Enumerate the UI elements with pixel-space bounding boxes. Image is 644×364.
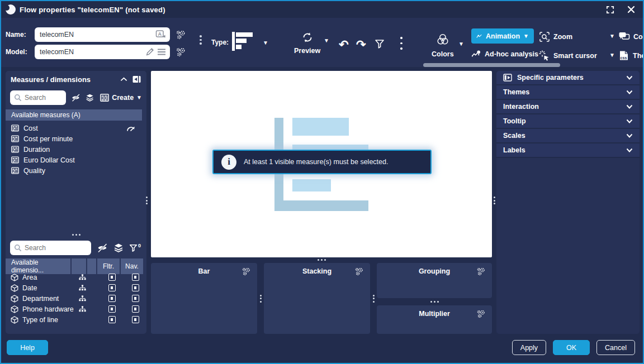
zone-splitter[interactable] xyxy=(257,263,264,334)
available-measures-header[interactable]: Available measures (A) xyxy=(6,109,142,121)
colors-button[interactable]: Colors xyxy=(432,32,454,58)
undo-button[interactable]: ↶ xyxy=(339,38,349,51)
gauge-icon[interactable] xyxy=(126,124,135,132)
drop-zone-stacking[interactable]: Stacking xyxy=(264,263,370,334)
collapse-up-icon[interactable] xyxy=(120,77,127,82)
animation-button[interactable]: Animation ▼ xyxy=(471,28,534,44)
zone-settings-button[interactable] xyxy=(476,309,486,319)
dimension-row[interactable]: Department xyxy=(6,293,146,304)
hierarchy-icon[interactable] xyxy=(79,306,86,312)
measure-row[interactable]: Quality xyxy=(6,165,142,176)
measure-row[interactable]: Cost per minute xyxy=(6,133,142,144)
zone-settings-button[interactable] xyxy=(354,267,364,276)
chart-editor-center: i At least 1 visible measure(s) must be … xyxy=(151,71,492,334)
dimension-row[interactable]: Date xyxy=(6,282,146,293)
cube-icon xyxy=(11,274,18,281)
measure-row[interactable]: Euro Dollar Cost xyxy=(6,155,142,165)
section-scales[interactable]: Scales xyxy=(496,129,640,143)
nav-checkbox[interactable] xyxy=(132,316,139,323)
fltr-checkbox[interactable] xyxy=(108,316,116,323)
more-options-button[interactable] xyxy=(400,37,402,50)
measure-icon xyxy=(11,146,19,153)
adhoc-analysis-button[interactable]: Ad-hoc analysis xyxy=(471,49,538,59)
adhoc-analysis-label: Ad-hoc analysis xyxy=(485,50,538,58)
measure-label: Quality xyxy=(23,167,45,175)
zoom-button[interactable]: Zoom xyxy=(539,31,572,42)
preview-button[interactable]: Preview xyxy=(294,31,320,55)
nav-checkbox[interactable] xyxy=(132,305,139,313)
translate-icon[interactable]: A xyxy=(155,30,166,40)
smart-cursor-button[interactable]: Smart cursor xyxy=(539,50,597,61)
fltr-checkbox[interactable] xyxy=(108,274,116,281)
hierarchy-icon[interactable] xyxy=(79,295,86,301)
nav-checkbox[interactable] xyxy=(132,274,139,281)
themes-button[interactable]: css Themes xyxy=(618,50,644,61)
hierarchy-icon[interactable] xyxy=(79,285,86,291)
fltr-checkbox[interactable] xyxy=(108,284,116,291)
edit-pencil-icon[interactable] xyxy=(145,47,155,56)
chart-type-button[interactable] xyxy=(231,30,257,52)
expand-panel-icon[interactable] xyxy=(503,73,512,82)
colors-dropdown[interactable]: ▼ xyxy=(458,41,464,47)
model-label: Model: xyxy=(6,48,35,56)
canvas-resize-handle[interactable] xyxy=(151,257,492,262)
create-measure-button[interactable]: Create ▼ xyxy=(100,94,142,102)
layers-icon[interactable] xyxy=(86,93,94,103)
apply-button[interactable]: Apply xyxy=(512,340,546,355)
dimension-filter-button[interactable]: 0 xyxy=(129,244,141,252)
filter-button[interactable] xyxy=(375,39,385,49)
dimension-row[interactable]: Area xyxy=(6,272,146,282)
close-button[interactable] xyxy=(626,4,636,15)
section-labels[interactable]: Labels xyxy=(496,143,640,158)
dimensions-search-input[interactable] xyxy=(10,241,91,255)
zone-settings-button[interactable] xyxy=(242,267,251,276)
horizontal-bar-chart-icon xyxy=(231,30,257,52)
drop-zone-grouping[interactable]: Grouping xyxy=(377,263,492,298)
main-area: Measures / dimensions Create ▼ Available… xyxy=(1,67,643,334)
drop-zone-bar[interactable]: Bar xyxy=(151,263,257,334)
measure-row[interactable]: Duration xyxy=(6,144,142,155)
chart-preview-canvas[interactable]: i At least 1 visible measure(s) must be … xyxy=(151,71,492,257)
name-input[interactable] xyxy=(35,27,170,42)
fltr-checkbox[interactable] xyxy=(108,305,116,313)
nav-checkbox[interactable] xyxy=(132,295,139,302)
zone-resize-handle[interactable] xyxy=(377,298,492,305)
chart-type-dropdown[interactable]: ▼ xyxy=(263,40,268,46)
section-interaction[interactable]: Interaction xyxy=(496,100,640,114)
right-splitter-handle[interactable] xyxy=(494,197,495,204)
preview-dropdown[interactable]: ▼ xyxy=(324,38,329,44)
dimension-row[interactable]: Phone hardware xyxy=(6,304,146,314)
cube-icon xyxy=(11,295,18,303)
smart-cursor-dropdown[interactable]: ▼ xyxy=(609,52,615,58)
section-themes[interactable]: Themes xyxy=(496,85,640,100)
ok-button[interactable]: OK xyxy=(553,340,590,355)
hide-eye-icon[interactable] xyxy=(71,92,80,103)
toolbar-scrollbar[interactable] xyxy=(423,63,560,67)
zoom-dropdown[interactable]: ▼ xyxy=(609,33,615,39)
redo-button[interactable]: ↷ xyxy=(356,38,366,51)
hierarchy-icon[interactable] xyxy=(79,274,86,280)
section-specific-parameters[interactable]: Specific parameters xyxy=(496,71,640,85)
cancel-button[interactable]: Cancel xyxy=(596,340,635,355)
layers-icon[interactable] xyxy=(113,243,124,253)
measure-row[interactable]: Cost xyxy=(6,123,142,133)
menu-lines-icon[interactable] xyxy=(157,48,166,56)
section-tooltip[interactable]: Tooltip xyxy=(496,114,640,129)
comments-button[interactable]: Comments xyxy=(618,31,644,42)
measures-dimensions-panel: Measures / dimensions Create ▼ Available… xyxy=(6,71,146,334)
nav-checkbox[interactable] xyxy=(132,284,139,291)
zoom-label: Zoom xyxy=(553,33,572,41)
left-splitter-handle[interactable] xyxy=(146,197,148,204)
help-button[interactable]: Help xyxy=(7,340,48,355)
name-binding-button[interactable] xyxy=(176,30,186,40)
panel-resize-handle[interactable] xyxy=(6,231,146,238)
dimension-row[interactable]: Type of line xyxy=(6,314,146,325)
zone-splitter[interactable] xyxy=(370,263,377,334)
fltr-checkbox[interactable] xyxy=(108,295,116,302)
hide-eye-icon[interactable] xyxy=(97,242,108,253)
zone-settings-button[interactable] xyxy=(476,267,486,276)
fullscreen-button[interactable] xyxy=(605,4,615,15)
collapse-panel-icon[interactable] xyxy=(132,75,141,84)
model-binding-button[interactable] xyxy=(176,47,186,58)
drop-zone-multiplier[interactable]: Multiplier xyxy=(377,305,492,334)
